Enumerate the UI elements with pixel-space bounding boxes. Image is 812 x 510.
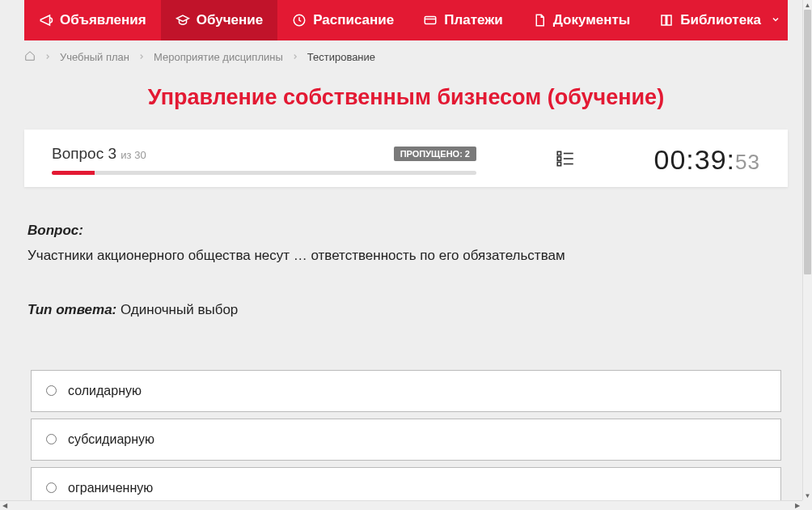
scroll-left-arrow[interactable]: ◀: [0, 501, 10, 511]
scroll-thumb[interactable]: [804, 10, 811, 274]
progress-fill: [52, 171, 95, 175]
chevron-right-icon: [137, 51, 146, 63]
question-block: Вопрос: Участники акционерного общества …: [24, 223, 788, 318]
home-icon[interactable]: [24, 50, 36, 64]
breadcrumb-link[interactable]: Учебный план: [60, 51, 129, 63]
scroll-track[interactable]: [803, 10, 812, 491]
question-label: Вопрос:: [27, 223, 785, 239]
card-icon: [423, 13, 438, 28]
svg-rect-1: [425, 17, 436, 24]
breadcrumb-link[interactable]: Мероприятие дисциплины: [154, 51, 283, 63]
answer-text: солидарную: [68, 384, 142, 398]
answer-radio[interactable]: [46, 434, 57, 444]
scroll-right-arrow[interactable]: ▶: [793, 501, 802, 511]
chevron-down-icon: [771, 12, 780, 28]
timer: 00:39:53: [654, 144, 760, 176]
nav-payments[interactable]: Платежи: [408, 0, 518, 40]
breadcrumb-current: Тестирование: [307, 51, 375, 63]
svg-rect-4: [557, 162, 560, 165]
nav-label: Библиотека: [680, 12, 761, 28]
megaphone-icon: [39, 13, 53, 28]
svg-rect-3: [557, 156, 560, 159]
nav-library[interactable]: Библиотека: [645, 0, 795, 40]
answer-option[interactable]: ограниченную: [31, 467, 781, 501]
scroll-up-arrow[interactable]: ▲: [803, 0, 812, 10]
nav-announcements[interactable]: Объявления: [24, 0, 161, 40]
answer-radio[interactable]: [46, 482, 57, 493]
answer-radio[interactable]: [46, 385, 57, 396]
chevron-right-icon: [291, 51, 299, 63]
page-title: Управление собственным бизнесом (обучени…: [24, 85, 788, 110]
nav-label: Документы: [553, 12, 631, 28]
chevron-right-icon: [44, 51, 52, 63]
scroll-corner: [802, 500, 812, 510]
nav-label: Объявления: [60, 12, 146, 28]
nav-label: Платежи: [444, 12, 503, 28]
question-text: Участники акционерного общества несут … …: [27, 245, 785, 266]
cap-icon: [176, 13, 190, 28]
answer-text: субсидиарную: [68, 432, 154, 447]
svg-rect-2: [557, 151, 560, 155]
clock-icon: [292, 13, 307, 28]
breadcrumb: Учебный план Мероприятие дисциплины Тест…: [24, 40, 788, 74]
answer-text: ограниченную: [68, 481, 153, 495]
nav-schedule[interactable]: Расписание: [277, 0, 408, 40]
scroll-down-arrow[interactable]: ▼: [803, 491, 812, 500]
skipped-badge: ПРОПУЩЕНО: 2: [394, 147, 476, 161]
progress-bar: [52, 171, 476, 175]
question-number: Вопрос 3 из 30: [52, 145, 146, 163]
answers-list: солидарную субсидиарную ограниченную: [24, 370, 788, 501]
question-list-icon[interactable]: [555, 148, 576, 172]
book-icon: [659, 13, 674, 28]
answer-type: Тип ответа: Одиночный выбор: [27, 302, 785, 318]
answer-option[interactable]: солидарную: [31, 370, 781, 412]
horizontal-scrollbar[interactable]: ◀ ▶: [0, 500, 802, 510]
doc-icon: [532, 13, 547, 28]
nav-label: Расписание: [313, 12, 394, 28]
nav-documents[interactable]: Документы: [518, 0, 645, 40]
vertical-scrollbar[interactable]: ▲ ▼: [802, 0, 812, 500]
nav-label: Обучение: [197, 12, 263, 28]
top-nav: Объявления Обучение Расписание Платежи Д…: [24, 0, 788, 40]
nav-education[interactable]: Обучение: [161, 0, 277, 40]
answer-option[interactable]: субсидиарную: [31, 419, 781, 461]
quiz-status-panel: Вопрос 3 из 30 ПРОПУЩЕНО: 2 00: [24, 130, 788, 187]
